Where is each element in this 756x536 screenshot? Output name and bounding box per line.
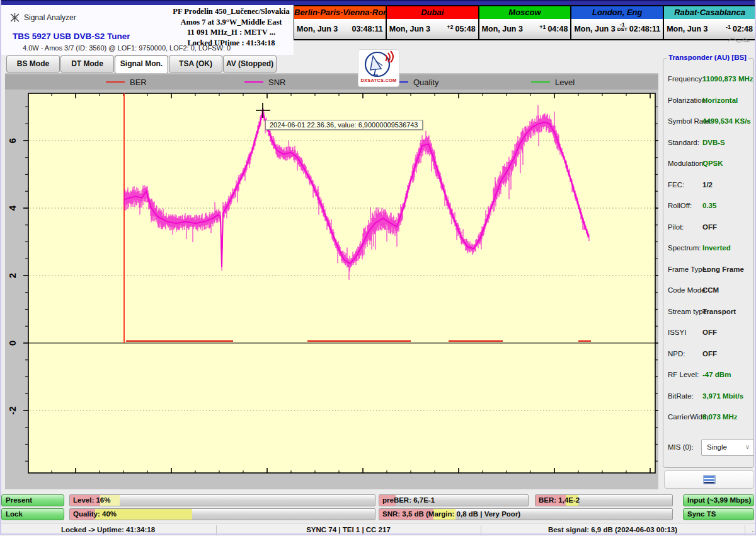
ber-label: BER: 1,4E-2 xyxy=(539,495,580,506)
transponder-row: NPD:OFF xyxy=(663,350,753,360)
window-title: Signal Analyzer xyxy=(24,13,76,22)
clock-city-label: London, Eng xyxy=(571,6,663,19)
snr-plot[interactable]: 6420-2 xyxy=(5,90,658,489)
clock-time-value: 02:48 xyxy=(733,25,753,33)
quality-progressbar: Quality: 40% xyxy=(69,508,375,520)
status-indicators-row-2: LockQuality: 40%SNR: 3,5 dB (Margin: 0,8… xyxy=(0,508,756,520)
snr-label: SNR: 3,5 dB (Margin: 0,8 dB | Very Poor) xyxy=(382,509,520,520)
mis-label: MIS (0): xyxy=(668,443,694,451)
transponder-label: NPD: xyxy=(668,350,685,358)
statusbar-separator xyxy=(745,525,745,535)
transponder-label: RollOff: xyxy=(668,202,692,209)
legend-item-level: Level xyxy=(531,74,575,90)
tab-tsa-ok-[interactable]: TSA (OK) xyxy=(169,55,222,73)
legend-label: Level xyxy=(555,78,575,87)
clock-moscow: MoscowMon, Jun 3+104:48 xyxy=(479,5,571,40)
offset-dst-label: DST xyxy=(617,27,627,32)
clock-date: Mon, Jun 3 xyxy=(482,25,540,33)
chart-tooltip: 2024-06-01 22.36.36, value: 6,9000000953… xyxy=(265,120,423,130)
svg-text:6: 6 xyxy=(7,138,18,143)
transponder-row: Frequency:11090,873 MHz xyxy=(663,75,753,85)
transponder-row: FEC:1/2 xyxy=(663,181,753,191)
clock-city-label: Berlin-Paris-Vienna-Roma xyxy=(294,6,386,19)
transponder-label: ISSYI xyxy=(668,329,686,336)
list-icon xyxy=(703,475,716,484)
transponder-row: RF Level:-47 dBm xyxy=(663,371,753,381)
clock-utc-offset: -1DST xyxy=(617,22,627,32)
transponder-row: Spectrum:Inverted xyxy=(663,244,753,254)
chart-legend: BERSNRQualityLevel xyxy=(5,74,658,90)
site-line-3: 11 091 MHz_H : METV ... xyxy=(168,27,295,38)
transponder-value: DVB-S xyxy=(702,139,725,146)
sync-ts-button[interactable]: Sync TS xyxy=(683,508,754,520)
transponder-panel: Transponder (AU) [BS] Frequency:11090,87… xyxy=(663,58,754,468)
preber-label: preBER: 6,7E-1 xyxy=(382,495,435,506)
svg-text:2: 2 xyxy=(7,273,18,278)
transponder-value: 6,073 MHz xyxy=(702,413,738,421)
site-line-1: PF Prodelin 450_Lučenec/Slovakia xyxy=(168,6,295,17)
tab-dt-mode[interactable]: DT Mode xyxy=(60,55,114,73)
tab-bs-mode[interactable]: BS Mode xyxy=(6,55,60,73)
tuner-title: TBS 5927 USB DVB-S2 Tuner xyxy=(13,32,130,41)
clock-time-display: Mon, Jun 3+205:48 xyxy=(387,19,478,39)
transponder-label: FEC: xyxy=(668,181,684,189)
clock-date: Mon, Jun 3 xyxy=(667,25,726,33)
logo-caption: DXSATCS.COM xyxy=(360,78,396,83)
transponder-row: Modulation:QPSK xyxy=(663,160,753,170)
level-progressbar: Level: 16% xyxy=(69,494,375,506)
clock-date: Mon, Jun 3 xyxy=(574,25,617,33)
transponder-row: Polarization:Horizontal xyxy=(663,96,753,107)
clock-dubai: DubaiMon, Jun 3+205:48 xyxy=(386,5,479,40)
transponder-value: 0.35 xyxy=(702,202,716,209)
transponder-label: RF Level: xyxy=(668,371,699,378)
transponder-value: 1/2 xyxy=(702,181,713,189)
legend-line-swatch xyxy=(531,81,550,83)
clock-time-value: 04:48 xyxy=(547,25,568,33)
transponder-value: Horizontal xyxy=(702,96,738,104)
transponder-row: Standard:DVB-S xyxy=(663,139,753,149)
lock-button[interactable]: Lock xyxy=(1,508,64,520)
mode-tabs: BS ModeDT ModeSignal Mon.TSA (OK)AV (Sto… xyxy=(6,55,277,72)
transponder-value: CCM xyxy=(702,286,719,294)
clock-time-value: 03:48:11 xyxy=(352,25,382,33)
signal-monitor-chart: BERSNRQualityLevel 6420-2 xyxy=(5,73,658,489)
legend-item-snr: SNR xyxy=(244,74,285,90)
mis-dropdown[interactable]: Single ∨ xyxy=(701,440,754,456)
legend-item-ber: BER xyxy=(106,74,147,90)
resize-grip[interactable] xyxy=(747,528,753,535)
stream-list-button[interactable] xyxy=(664,470,754,489)
site-line-2: Amos 7 at 3.9°W_Middle East xyxy=(168,17,295,28)
transponder-value: Long Frame xyxy=(702,265,744,273)
clock-city-label: Dubai xyxy=(387,6,478,19)
clock-date: Mon, Jun 3 xyxy=(297,25,350,33)
transponder-label: Modulation: xyxy=(668,160,705,167)
offset-value: -1 xyxy=(726,25,731,30)
transponder-row: CarrierWidth:6,073 MHz xyxy=(663,413,753,423)
input-button[interactable]: Input (~3,99 Mbps) xyxy=(683,494,754,506)
level-label: Level: 16% xyxy=(73,495,110,506)
statusbar-best-signal: Best signal: 6,9 dB (2024-06-03 00:13) xyxy=(481,524,745,536)
statusbar-sync: SYNC 74 | TEI 1 | CC 217 xyxy=(216,524,481,536)
tab-av-stopped-[interactable]: AV (Stopped) xyxy=(223,55,277,73)
svg-text:0: 0 xyxy=(7,341,18,346)
transponder-label: Frequency: xyxy=(668,75,704,83)
clock-utc-offset: +2 xyxy=(447,25,453,30)
site-header-text: PF Prodelin 450_Lučenec/Slovakia Amos 7 … xyxy=(168,6,295,48)
status-indicators-row-1: PresentLevel: 16%preBER: 6,7E-1BER: 1,4E… xyxy=(0,494,756,506)
transponder-label: Spectrum: xyxy=(668,244,701,252)
transponder-label: Standard: xyxy=(668,139,699,146)
transponder-row: ISSYIOFF xyxy=(663,329,753,339)
transponder-row: BitRate:3,971 Mbit/s xyxy=(663,392,753,402)
statusbar-uptime: Locked -> Uptime: 41:34:18 xyxy=(0,524,216,536)
clock-utc-offset: +1 xyxy=(539,25,546,30)
statusbar: Locked -> Uptime: 41:34:18 SYNC 74 | TEI… xyxy=(0,523,756,536)
transponder-row: Frame Type:Long Frame xyxy=(663,265,753,276)
transponder-row: Stream type:Transport xyxy=(663,308,753,318)
transponder-row: Code Mode:CCM xyxy=(663,286,753,296)
transponder-label: Code Mode: xyxy=(668,286,707,294)
transponder-row: Pilot:OFF xyxy=(663,223,753,233)
present-button[interactable]: Present xyxy=(1,494,64,506)
offset-value: +2 xyxy=(447,25,453,30)
tab-signal-mon-[interactable]: Signal Mon. xyxy=(115,55,168,74)
clock-city-label: Rabat-Casablanca xyxy=(664,6,755,19)
